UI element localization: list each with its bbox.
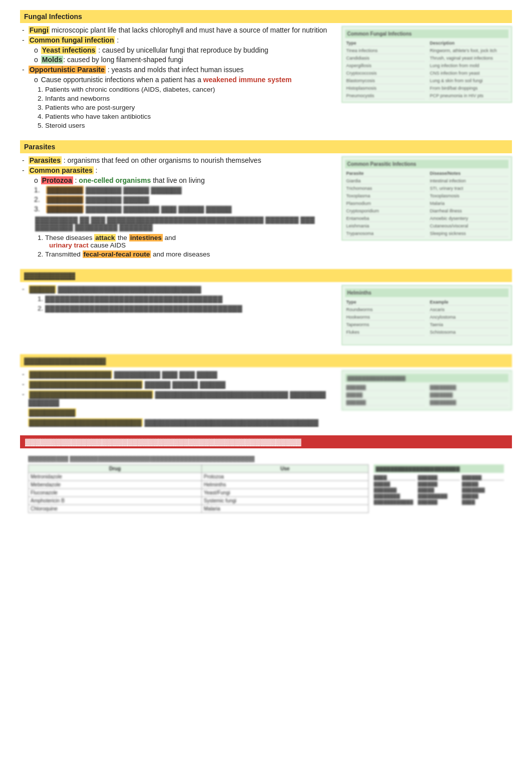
table1-row3-col2: Lung infection from mold	[429, 63, 508, 69]
drug-table: Drug Use Metronidazole Protozoa Mebendaz…	[28, 464, 369, 513]
red-section-content: ▓▓▓▓▓▓▓▓▓▓ ▓▓▓▓▓▓▓▓▓▓▓▓▓▓▓▓▓▓▓▓▓▓▓▓▓▓▓▓▓…	[20, 451, 512, 517]
drug-row-1: Metronidazole Protozoa	[29, 473, 369, 481]
helminths-table-column: Helminths Type Example Roundworms Ascari…	[342, 285, 512, 345]
parasites-table-column: Common Parasitic Infections Parasite Dis…	[342, 156, 512, 260]
big-table-area: Drug Use Metronidazole Protozoa Mebendaz…	[28, 464, 504, 513]
sub-blurred-3: 3. ▓▓▓▓▓▓▓ ▓▓▓▓▓▓▓ ▓▓▓▓▓▓▓ ▓▓▓ ▓▓▓▓▓ ▓▓▓…	[34, 205, 334, 213]
helminths-header: ▓▓▓▓▓▓▓▓▓▓	[20, 269, 512, 282]
table1-col1-header: Type	[345, 40, 425, 47]
parasites-def-text: Parasites : organisms that feed on other…	[29, 156, 261, 164]
molds-label: Molds	[41, 56, 63, 64]
fungal-table: Common Fungal Infections Type Descriptio…	[342, 26, 512, 103]
sub-bullet-b3: 3.	[34, 205, 40, 213]
helminths-section: ▓▓▓▓▓▓▓▓▓▓ - ▓▓▓▓▓ ▓▓▓▓▓▓▓▓▓▓▓▓▓▓▓▓▓▓▓▓▓…	[20, 269, 512, 345]
t2r6c2: Amoebic dysentery	[429, 215, 508, 222]
ectoparasites-section: ▓▓▓▓▓▓▓▓▓▓▓▓▓▓▓▓ - ▓▓▓▓▓▓▓▓▓▓▓▓▓▓▓▓ ▓▓▓▓…	[20, 354, 512, 426]
sub-bullet-o-2: o	[34, 56, 38, 64]
numbered-item-1: Patients with chronic conditions (AIDS, …	[45, 86, 334, 93]
drug-r1c1: Metronidazole	[29, 473, 202, 481]
red-section-header: ▓▓▓▓▓▓▓▓▓▓▓▓▓▓▓▓▓▓▓▓▓▓▓▓▓▓▓▓▓▓▓▓▓▓▓▓▓▓▓▓…	[20, 435, 512, 448]
drug-row-3: Fluconazole Yeast/Fungi	[29, 489, 369, 497]
opportunistic-text: Opportunistic Parasite : yeasts and mold…	[29, 66, 244, 74]
ectoparasites-list: - ▓▓▓▓▓▓▓▓▓▓▓▓▓▓▓▓ ▓▓▓▓▓▓▓▓▓ ▓▓▓ ▓▓▓ ▓▓▓…	[20, 370, 334, 406]
bullet-dash-1: -	[22, 26, 25, 34]
fungal-sub-list: o Yeast infections : caused by unicellul…	[20, 46, 334, 64]
parasites-text-column: - Parasites : organisms that feed on oth…	[20, 156, 334, 260]
table1-row7-col2: PCP pneumonia in HIV pts	[429, 93, 508, 99]
protozoa-label: Protozoa	[41, 176, 73, 184]
numbered-item-5: Steroid users	[45, 122, 334, 129]
table1-row6-col2: From bird/bat droppings	[429, 85, 508, 92]
sub-bullet-b2: 2.	[34, 195, 40, 203]
table1-row2-col1: Candidiasis	[345, 55, 425, 62]
parasites-numbered: These diseases attack the intestines and…	[20, 234, 334, 258]
drug-col1-hdr: Drug	[29, 465, 202, 473]
t3r2c2: Ancylostoma	[429, 314, 508, 321]
helminths-table: Helminths Type Example Roundworms Ascari…	[342, 285, 512, 345]
t2r8c1: Trypanosoma	[345, 230, 425, 237]
blurred-item-3: ▓▓▓▓▓▓▓ ▓▓▓▓▓▓▓ ▓▓▓▓▓▓▓ ▓▓▓ ▓▓▓▓▓ ▓▓▓▓▓	[46, 205, 231, 213]
t3r1c2: Ascaris	[429, 307, 508, 313]
ectoparasites-text-column: - ▓▓▓▓▓▓▓▓▓▓▓▓▓▓▓▓ ▓▓▓▓▓▓▓▓▓ ▓▓▓ ▓▓▓ ▓▓▓…	[20, 370, 334, 426]
drug-r4c2: Systemic fungi	[201, 497, 368, 505]
table1-row4-col2: CNS infection from yeast	[429, 70, 508, 77]
ecto-item-1: - ▓▓▓▓▓▓▓▓▓▓▓▓▓▓▓▓ ▓▓▓▓▓▓▓▓▓ ▓▓▓ ▓▓▓ ▓▓▓…	[20, 370, 334, 378]
helminths-list: - ▓▓▓▓▓ ▓▓▓▓▓▓▓▓▓▓▓▓▓▓▓▓▓▓▓▓▓▓▓▓▓▓▓▓	[20, 285, 334, 293]
helminths-num-2: ▓▓▓▓▓▓▓▓▓▓▓▓▓▓▓▓▓▓▓▓▓▓▓▓▓▓▓▓▓▓▓▓▓▓▓▓▓▓▓▓	[45, 305, 334, 312]
t2r2c1: Trichomonas	[345, 185, 425, 192]
common-fungal-text: Common fungal infection :	[29, 36, 119, 44]
parasites-num-2: Transmitted fecal-oral-fecal route and m…	[45, 250, 334, 258]
parasites-table-inner: Parasite Disease/Notes Giardia Intestina…	[345, 170, 508, 237]
common-parasites-label: Common parasites	[29, 166, 94, 174]
helminths-table-header: Helminths	[345, 289, 508, 297]
parasites-table-header: Common Parasitic Infections	[345, 160, 508, 168]
sub-molds: o Molds: caused by long filament-shaped …	[34, 56, 334, 64]
bullet-dash-3: -	[22, 66, 25, 74]
t2r1c1: Giardia	[345, 178, 425, 184]
bullet-dash-p1: -	[22, 156, 25, 164]
ectoparasites-content-area: - ▓▓▓▓▓▓▓▓▓▓▓▓▓▓▓▓ ▓▓▓▓▓▓▓▓▓ ▓▓▓ ▓▓▓ ▓▓▓…	[20, 370, 512, 426]
drug-r2c1: Mebendazole	[29, 481, 202, 489]
fungal-infections-section: Fungal Infections - Fungi microscopic pl…	[20, 10, 512, 131]
t2r5c1: Cryptosporidium	[345, 208, 425, 214]
ecto-label-4: ▓▓▓▓▓▓▓▓▓	[20, 408, 334, 416]
drug-r5c1: Chloroquine	[29, 505, 202, 513]
fungal-table-header: Common Fungal Infections	[345, 30, 508, 38]
bullet-dash-2: -	[22, 36, 25, 44]
t2r2c2: STI, urinary tract	[429, 185, 508, 192]
t3r2c1: Hookworms	[345, 314, 425, 321]
fungal-content-area: - Fungi microscopic plant life that lack…	[20, 26, 512, 131]
protozoa-highlight: one-celled organisms	[79, 176, 151, 184]
t3r4c2: Schistosoma	[429, 329, 508, 336]
t3r4c1: Flukes	[345, 329, 425, 336]
parasites-section: Parasites - Parasites : organisms that f…	[20, 140, 512, 260]
sub-protozoa: o Protozoa : one-celled organisms that l…	[34, 176, 334, 184]
blurred-paragraph: ▓▓▓▓▓▓▓▓▓ ▓▓ ▓▓▓ ▓▓▓▓▓▓▓▓▓▓▓▓▓▓▓▓▓▓▓▓▓▓▓…	[20, 216, 334, 231]
t2r6c1: Entamoeba	[345, 215, 425, 222]
ecto-item-5: ▓▓▓▓▓▓▓▓▓▓▓▓▓▓▓▓▓▓▓▓▓▓ ▓▓▓▓▓▓▓▓▓▓▓▓▓▓▓▓▓…	[20, 418, 334, 426]
bullet-opportunistic: - Opportunistic Parasite : yeasts and mo…	[20, 66, 334, 74]
drug-r5c2: Malaria	[201, 505, 368, 513]
ecto-item-3: - ▓▓▓▓▓▓▓▓▓▓▓▓▓▓▓▓▓▓▓▓▓▓▓▓ ▓▓▓▓▓▓▓▓▓▓▓▓▓…	[20, 390, 334, 406]
big-table-right: ▓▓▓▓▓▓▓▓▓▓▓▓▓▓▓▓▓▓▓▓▓▓▓ ▓▓▓▓ ▓▓▓▓▓▓ ▓▓▓▓…	[374, 464, 504, 513]
bullet-common-parasites: - Common parasites :	[20, 166, 334, 174]
ecto-item-2: - ▓▓▓▓▓▓▓▓▓▓▓▓▓▓▓▓▓▓▓▓▓▓ ▓▓▓▓▓ ▓▓▓▓▓ ▓▓▓…	[20, 380, 334, 388]
parasites-sub-list: o Protozoa : one-celled organisms that l…	[20, 176, 334, 213]
drug-row-4: Amphotericin B Systemic fungi	[29, 497, 369, 505]
table1-row1-col1: Tinea infections	[345, 48, 425, 54]
t3r1c1: Roundworms	[345, 307, 425, 313]
sub-blurred-1: 1. ▓▓▓▓▓▓▓ ▓▓▓▓▓▓▓ ▓▓▓▓▓ ▓▓▓▓▓▓	[34, 186, 334, 194]
numbered-item-3: Patients who are post-surgery	[45, 104, 334, 111]
attack-highlight: attack	[94, 234, 116, 241]
weakened-immune-highlight: weakened immune system	[203, 76, 292, 84]
parasites-bullet-list: - Parasites : organisms that feed on oth…	[20, 156, 334, 174]
big-table-left: Drug Use Metronidazole Protozoa Mebendaz…	[28, 464, 369, 513]
bullet-parasites-def: - Parasites : organisms that feed on oth…	[20, 156, 334, 164]
opportunistic-label: Opportunistic Parasite	[29, 66, 106, 74]
parasites-label: Parasites	[29, 156, 62, 164]
helminths-item-1: - ▓▓▓▓▓ ▓▓▓▓▓▓▓▓▓▓▓▓▓▓▓▓▓▓▓▓▓▓▓▓▓▓▓▓	[20, 285, 334, 293]
ecto-table-column: ▓▓▓▓▓▓▓▓▓▓▓▓▓▓▓▓ ▓▓▓▓▓▓ ▓▓▓▓▓▓▓▓ ▓▓▓▓▓ ▓…	[342, 370, 512, 426]
table1-row3-col1: Aspergillosis	[345, 63, 425, 69]
sub-bullet-o-1: o	[34, 46, 38, 54]
bullet-dash-p2: -	[22, 166, 25, 174]
